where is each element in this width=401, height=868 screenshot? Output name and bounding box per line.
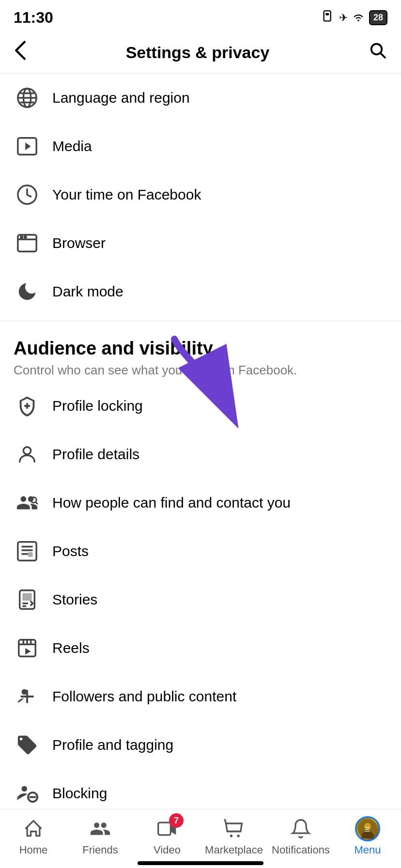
svg-point-10	[24, 236, 26, 238]
find-person-icon	[14, 489, 41, 516]
nav-item-friends[interactable]: Friends	[67, 816, 134, 856]
status-icons: ✈ 28	[322, 10, 387, 26]
blocking-icon	[14, 780, 41, 807]
svg-rect-13	[18, 542, 36, 560]
svg-point-28	[237, 835, 240, 837]
status-bar: 11:30 ✈ 28	[0, 0, 401, 31]
marketplace-icon	[221, 816, 247, 841]
moon-icon	[14, 278, 41, 305]
menu-item-time[interactable]: Your time on Facebook	[0, 170, 401, 219]
clock-icon	[14, 181, 41, 208]
video-badge: 7	[169, 813, 184, 828]
video-nav-label: Video	[154, 844, 181, 856]
notifications-nav-label: Notifications	[272, 844, 330, 856]
friends-nav-label: Friends	[82, 844, 118, 856]
notifications-icon	[288, 816, 313, 841]
page-title: Settings & privacy	[126, 43, 270, 62]
audience-title: Audience and visibility	[14, 338, 387, 360]
menu-item-posts[interactable]: Posts	[0, 527, 401, 575]
svg-rect-0	[324, 11, 331, 21]
shield-icon	[14, 392, 41, 419]
media-label: Media	[52, 138, 92, 155]
browser-label: Browser	[52, 235, 106, 251]
posts-label: Posts	[52, 543, 89, 559]
followers-icon	[14, 683, 41, 710]
stories-label: Stories	[52, 591, 97, 608]
tag-icon	[14, 731, 41, 759]
menu-item-darkmode[interactable]: Dark mode	[0, 267, 401, 316]
svg-point-27	[230, 835, 233, 837]
media-icon	[14, 133, 41, 160]
home-icon	[21, 816, 46, 841]
content-scroll: Language and region Media Your time on F…	[0, 74, 401, 868]
menu-item-media[interactable]: Media	[0, 122, 401, 170]
battery-icon: 28	[369, 10, 387, 25]
wifi-icon	[352, 11, 365, 25]
menu-item-browser[interactable]: Browser	[0, 219, 401, 267]
svg-rect-14	[28, 552, 33, 557]
svg-marker-6	[25, 142, 31, 150]
blocking-label: Blocking	[52, 785, 107, 802]
home-indicator	[138, 861, 263, 865]
nav-item-menu[interactable]: ☰ Menu	[334, 816, 401, 856]
posts-icon	[14, 538, 41, 565]
nav-item-notifications[interactable]: Notifications	[267, 816, 334, 856]
menu-item-tagging[interactable]: Profile and tagging	[0, 721, 401, 769]
audience-section-heading: Audience and visibility Control who can …	[0, 326, 401, 382]
profile-details-label: Profile details	[52, 446, 139, 463]
video-icon: 7	[154, 816, 180, 841]
profile-locking-label: Profile locking	[52, 398, 143, 414]
svg-point-11	[23, 447, 31, 454]
sim-icon	[322, 10, 335, 26]
header: Settings & privacy	[0, 31, 401, 74]
nav-item-marketplace[interactable]: Marketplace	[200, 816, 267, 856]
menu-item-stories[interactable]: Stories	[0, 575, 401, 624]
menu-item-reels[interactable]: Reels	[0, 624, 401, 672]
tagging-label: Profile and tagging	[52, 737, 173, 753]
menu-avatar: ☰	[355, 816, 380, 841]
time-label: Your time on Facebook	[52, 186, 201, 203]
menu-nav-label: Menu	[354, 844, 381, 856]
reels-icon	[14, 635, 41, 662]
nav-item-home[interactable]: Home	[0, 816, 67, 856]
followers-label: Followers and public content	[52, 688, 236, 705]
menu-item-followers[interactable]: Followers and public content	[0, 672, 401, 721]
menu-item-profile-details[interactable]: Profile details	[0, 430, 401, 479]
globe-icon	[14, 84, 41, 111]
svg-text:☰: ☰	[365, 826, 370, 833]
section-divider	[0, 321, 401, 321]
audience-subtitle: Control who can see what you share on Fa…	[14, 363, 387, 378]
browser-icon	[14, 230, 41, 257]
svg-marker-18	[25, 648, 31, 654]
svg-point-9	[21, 236, 23, 238]
svg-point-20	[22, 786, 28, 791]
darkmode-label: Dark mode	[52, 283, 123, 300]
search-button[interactable]	[368, 41, 387, 64]
home-nav-label: Home	[19, 844, 48, 856]
find-contact-label: How people can find and contact you	[52, 495, 291, 511]
stories-icon	[14, 586, 41, 613]
menu-item-language[interactable]: Language and region	[0, 74, 401, 122]
profile-icon	[14, 441, 41, 468]
friends-icon	[88, 816, 113, 841]
menu-item-find-contact[interactable]: How people can find and contact you	[0, 479, 401, 527]
svg-rect-25	[158, 822, 171, 835]
reels-label: Reels	[52, 640, 90, 656]
airplane-icon: ✈	[339, 12, 348, 24]
svg-rect-1	[325, 13, 329, 16]
language-label: Language and region	[52, 90, 190, 106]
svg-point-19	[22, 689, 28, 695]
nav-item-video[interactable]: 7 Video	[134, 816, 200, 856]
svg-rect-16	[22, 593, 31, 600]
back-button[interactable]	[14, 40, 27, 64]
marketplace-nav-label: Marketplace	[205, 844, 263, 856]
menu-item-profile-locking[interactable]: Profile locking	[0, 382, 401, 430]
status-time: 11:30	[14, 9, 53, 27]
